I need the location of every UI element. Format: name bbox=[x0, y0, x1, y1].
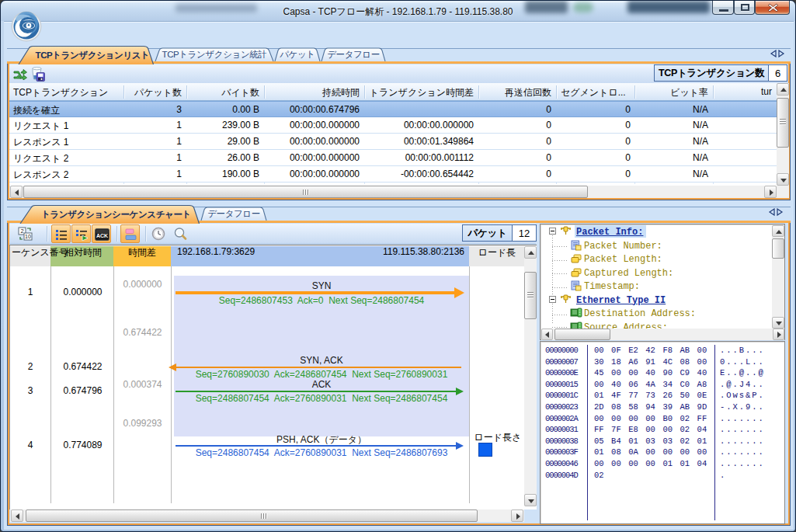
column-header-turnaround[interactable]: tur bbox=[713, 86, 772, 97]
table-vertical-scrollbar[interactable] bbox=[777, 83, 789, 186]
svg-text:2: 2 bbox=[20, 228, 23, 235]
scrollbar-button[interactable] bbox=[764, 186, 777, 198]
scrollbar-thumb[interactable] bbox=[23, 186, 588, 198]
scrollbar-button[interactable] bbox=[777, 173, 789, 186]
counter-value: 6 bbox=[768, 65, 787, 81]
ack-icon: ACK bbox=[95, 228, 109, 241]
column-header-retransmissions[interactable]: 再送信回数 bbox=[478, 86, 551, 99]
table-cell: -00:00:00.654442 bbox=[364, 169, 474, 179]
table-row[interactable]: レスポンス 1129.00 B00:00:00.00000000:00:01.3… bbox=[9, 134, 777, 150]
chart-time-diff: 0.000000 bbox=[114, 279, 171, 290]
thumb-grip bbox=[527, 297, 534, 297]
chart-packet-flags[interactable]: SYN bbox=[176, 280, 468, 291]
scrollbar-button[interactable] bbox=[772, 317, 784, 329]
conversation-filter-icon[interactable] bbox=[13, 69, 27, 80]
scrollbar-button[interactable] bbox=[511, 509, 523, 522]
scrollbar-button[interactable] bbox=[777, 83, 789, 96]
table-cell: N/A bbox=[634, 152, 708, 163]
tab-dataflow-bottom[interactable]: データフロー bbox=[200, 207, 267, 221]
hex-bytes: 00 40 06 4A 34 C0 A8 bbox=[594, 380, 707, 389]
scrollbar-button[interactable] bbox=[772, 225, 784, 237]
tree-item-source-address[interactable]: Source Address: bbox=[541, 321, 772, 329]
chart-packet-flags[interactable]: ACK bbox=[176, 379, 468, 390]
table-row[interactable]: リクエスト 2126.00 B00:00:00.00000000:00:00.0… bbox=[9, 150, 777, 166]
tab-dataflow-top[interactable]: データフロー bbox=[321, 47, 386, 61]
scrollbar-button[interactable] bbox=[773, 329, 784, 340]
chart-seq-info: Seq=2486807454 Ack=2760890031 Next Seq=2… bbox=[176, 393, 468, 404]
collapse-icon[interactable] bbox=[549, 228, 556, 235]
title-bar[interactable]: Capsa - TCPフロー解析 - 192.168.1.79 - 119.11… bbox=[1, 1, 795, 21]
tab-scroll-left-icon[interactable] bbox=[770, 50, 777, 57]
scrollbar-button[interactable] bbox=[11, 509, 23, 522]
hex-ascii: ....... bbox=[720, 425, 765, 434]
scroll-up-icon bbox=[776, 230, 782, 234]
minimize-icon bbox=[719, 9, 728, 12]
column-header-bitrate[interactable]: ビット率 bbox=[634, 86, 708, 99]
tab-scroll-right-icon[interactable] bbox=[777, 208, 784, 216]
column-divider bbox=[713, 85, 714, 99]
clock-icon bbox=[151, 227, 165, 241]
scrollbar-thumb[interactable] bbox=[772, 238, 784, 259]
column-header-time-diff[interactable]: トランザクション時間差 bbox=[364, 86, 474, 99]
scrollbar-thumb[interactable] bbox=[26, 509, 478, 522]
scrollbar-button[interactable] bbox=[10, 186, 23, 198]
chart-horizontal-scrollbar[interactable] bbox=[10, 509, 524, 522]
scrollbar-button[interactable] bbox=[524, 246, 537, 259]
table-cell: 00:00:00.000000 bbox=[264, 120, 360, 130]
column-header-segment-loss[interactable]: セグメントロ... bbox=[561, 86, 635, 99]
show-load-button[interactable] bbox=[120, 224, 140, 243]
scrollbar-button[interactable] bbox=[541, 329, 553, 340]
tree-item-packet-number[interactable]: Packet Number: bbox=[541, 239, 772, 253]
scroll-right-icon bbox=[516, 513, 520, 520]
scroll-up-icon bbox=[528, 251, 534, 255]
tree-item-captured-length[interactable]: Captured Length: bbox=[541, 266, 772, 280]
scrollbar-thumb[interactable] bbox=[777, 98, 789, 148]
tree-vertical-scrollbar[interactable] bbox=[772, 225, 784, 329]
dec-hex-toggle-button[interactable]: 2 10 bbox=[16, 224, 35, 243]
thumb-grip bbox=[780, 123, 786, 124]
table-horizontal-scrollbar[interactable] bbox=[9, 186, 789, 198]
hex-offset: 0000001C bbox=[545, 391, 578, 400]
column-header-bytes[interactable]: バイト数 bbox=[186, 86, 259, 99]
show-list-button[interactable] bbox=[51, 224, 71, 243]
tab-tcp-transaction-stats[interactable]: TCPトランザクション統計 bbox=[155, 47, 274, 61]
chart-vertical-scrollbar[interactable] bbox=[524, 246, 537, 506]
tab-label: データフロー bbox=[321, 49, 386, 61]
hex-offset: 00000023 bbox=[545, 402, 578, 412]
scrollbar-button[interactable] bbox=[524, 494, 537, 506]
table-row[interactable]: リクエスト 11239.00 B00:00:00.00000000:00:00.… bbox=[9, 117, 777, 134]
column-header-transaction[interactable]: TCPトランザクション bbox=[13, 86, 122, 99]
tree-item-packet-info[interactable]: Packet Info: bbox=[541, 225, 772, 239]
table-row[interactable]: レスポンス 21190.00 B00:00:00.000000-00:00:00… bbox=[9, 166, 777, 183]
tree-item-timestamp[interactable]: Timestamp: bbox=[541, 280, 772, 294]
time-button[interactable] bbox=[149, 224, 169, 243]
maximize-button[interactable] bbox=[734, 1, 755, 15]
show-ack-button[interactable]: ACK bbox=[92, 224, 111, 243]
tab-tcp-transaction-list[interactable]: TCPトランザクションリスト bbox=[18, 45, 155, 64]
tcp-transaction-table: TCPトランザクション パケット数 バイト数 持続時間 トランザクション時間差 … bbox=[9, 83, 782, 198]
hex-ascii: 0...L.. bbox=[720, 357, 765, 367]
scrollbar-thumb[interactable] bbox=[554, 329, 610, 340]
hex-ascii: ....... bbox=[720, 414, 765, 423]
find-button[interactable] bbox=[171, 224, 190, 243]
close-button[interactable] bbox=[755, 1, 790, 15]
tab-transaction-sequence-chart[interactable]: トランザクションシーケンスチャート bbox=[19, 204, 200, 224]
chart-gridline bbox=[469, 266, 470, 503]
column-header-packets[interactable]: パケット数 bbox=[123, 86, 182, 99]
column-header-duration[interactable]: 持続時間 bbox=[264, 86, 360, 99]
tree-horizontal-scrollbar[interactable] bbox=[541, 329, 784, 340]
tree-item-ethernet[interactable]: Ethernet Type II bbox=[541, 294, 772, 308]
scrollbar-thumb[interactable] bbox=[524, 272, 537, 319]
chart-header-load-label: ロード長 bbox=[474, 246, 520, 266]
tab-packet[interactable]: パケット bbox=[274, 47, 321, 61]
tab-scroll-right-icon[interactable] bbox=[778, 50, 785, 57]
tab-scroll-left-icon[interactable] bbox=[768, 208, 775, 216]
minimize-button[interactable] bbox=[712, 1, 734, 15]
tree-item-packet-length[interactable]: Packet Length: bbox=[541, 252, 772, 266]
table-row[interactable]: 接続を確立30.00 B00:00:00.67479600N/A bbox=[9, 101, 777, 117]
tree-item-destination-address[interactable]: Destination Address: bbox=[541, 307, 772, 321]
chart-packet-flags[interactable]: SYN, ACK bbox=[176, 355, 468, 366]
save-packets-icon[interactable] bbox=[30, 67, 45, 82]
show-sequence-button[interactable] bbox=[71, 224, 91, 243]
collapse-icon[interactable] bbox=[549, 296, 556, 303]
